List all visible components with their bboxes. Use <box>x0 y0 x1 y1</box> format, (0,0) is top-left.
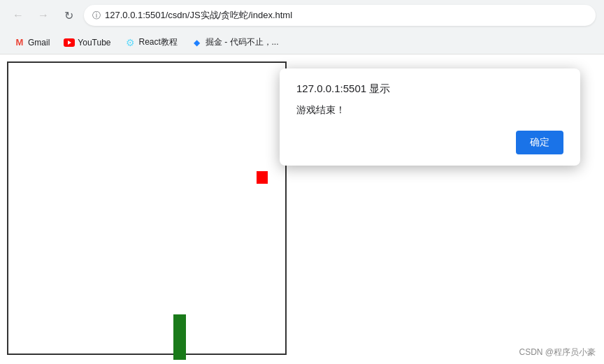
alert-buttons: 确定 <box>296 131 563 154</box>
reload-button[interactable]: ↻ <box>59 6 78 25</box>
forward-icon: → <box>38 9 49 22</box>
bookmark-youtube[interactable]: YouTube <box>58 34 116 51</box>
alert-title: 127.0.0.1:5501 显示 <box>296 82 563 96</box>
bookmark-react-label: React教程 <box>139 36 178 48</box>
gmail-favicon: M <box>14 37 25 48</box>
bookmark-juejin[interactable]: ◆ 掘金 - 代码不止，... <box>186 34 285 51</box>
react-favicon: ⚙ <box>125 37 136 48</box>
csdn-watermark: CSDN @程序员小豪 <box>519 347 596 358</box>
bookmark-gmail-label: Gmail <box>28 38 50 48</box>
bookmark-gmail[interactable]: M Gmail <box>8 34 55 51</box>
youtube-favicon <box>64 37 75 48</box>
alert-ok-button[interactable]: 确定 <box>516 131 563 154</box>
alert-message: 游戏结束！ <box>296 104 563 117</box>
react-icon: ⚙ <box>126 37 135 48</box>
alert-overlay: 127.0.0.1:5501 显示 游戏结束！ 确定 <box>0 54 604 364</box>
reload-icon: ↻ <box>64 9 73 22</box>
juejin-icon: ◆ <box>194 38 200 48</box>
juejin-favicon: ◆ <box>192 37 203 48</box>
back-button[interactable]: ← <box>8 6 28 25</box>
youtube-icon <box>64 38 75 47</box>
bookmark-youtube-label: YouTube <box>78 38 110 48</box>
page-content: 127.0.0.1:5501 显示 游戏结束！ 确定 CSDN @程序员小豪 <box>0 54 604 364</box>
address-bar[interactable]: ⓘ 127.0.0.1:5501/csdn/JS实战/贪吃蛇/index.htm… <box>84 5 596 26</box>
nav-bar: ← → ↻ ⓘ 127.0.0.1:5501/csdn/JS实战/贪吃蛇/ind… <box>0 0 604 31</box>
gmail-icon: M <box>16 37 24 48</box>
back-icon: ← <box>13 9 24 22</box>
bookmarks-bar: M Gmail YouTube ⚙ React教程 ◆ 掘金 - 代码不止，..… <box>0 31 604 54</box>
youtube-play-triangle <box>68 41 71 45</box>
url-text: 127.0.0.1:5501/csdn/JS实战/贪吃蛇/index.html <box>105 9 292 22</box>
bookmark-juejin-label: 掘金 - 代码不止，... <box>206 36 279 48</box>
forward-button[interactable]: → <box>34 6 53 25</box>
lock-icon: ⓘ <box>92 10 101 22</box>
alert-dialog: 127.0.0.1:5501 显示 游戏结束！ 确定 <box>280 68 580 166</box>
bookmark-react[interactable]: ⚙ React教程 <box>120 34 183 51</box>
browser-chrome: ← → ↻ ⓘ 127.0.0.1:5501/csdn/JS实战/贪吃蛇/ind… <box>0 0 604 54</box>
